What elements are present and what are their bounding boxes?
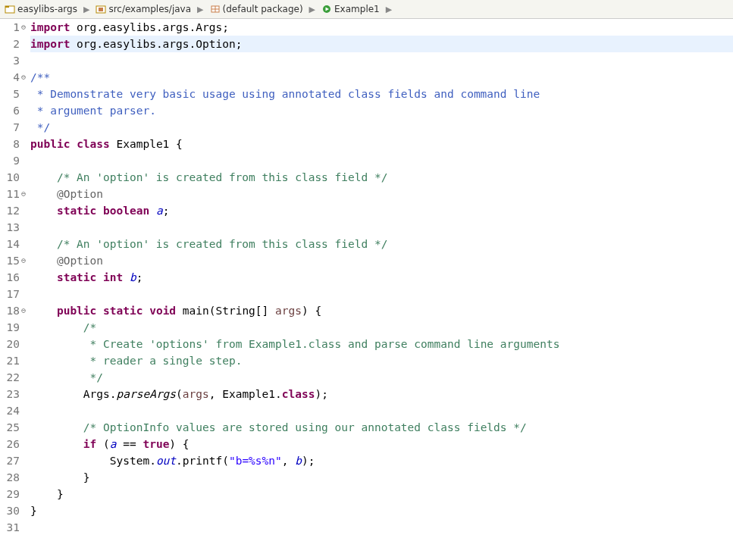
line-number: 21 bbox=[0, 352, 21, 369]
class-run-icon bbox=[321, 4, 332, 14]
fold-toggle bbox=[21, 286, 29, 302]
line-number: 1 bbox=[0, 19, 21, 36]
code-line[interactable]: /* bbox=[30, 319, 733, 336]
fold-toggle bbox=[21, 436, 29, 452]
fold-toggle[interactable]: ⊖ bbox=[21, 302, 29, 319]
fold-toggle bbox=[21, 519, 29, 536]
line-number: 13 bbox=[0, 219, 21, 236]
fold-toggle[interactable]: ⊖ bbox=[21, 252, 29, 269]
breadcrumb-label: src/examples/java bbox=[108, 4, 191, 14]
fold-toggle[interactable]: ⊖ bbox=[21, 186, 29, 202]
breadcrumb-class[interactable]: Example1 bbox=[321, 4, 380, 14]
code-line[interactable]: * reader a single step. bbox=[30, 352, 733, 369]
line-number: 26 bbox=[0, 436, 21, 452]
code-line[interactable]: import org.easylibs.args.Option; bbox=[30, 36, 733, 52]
breadcrumb-project[interactable]: easylibs-args bbox=[5, 4, 77, 14]
code-line[interactable]: * Demonstrate very basic usage using ann… bbox=[30, 86, 733, 102]
fold-toggle bbox=[21, 219, 29, 236]
line-number: 4 bbox=[0, 69, 21, 86]
breadcrumb-label: (default package) bbox=[223, 4, 303, 14]
fold-toggle bbox=[21, 352, 29, 369]
fold-toggle bbox=[21, 386, 29, 402]
code-area[interactable]: import org.easylibs.args.Args;import org… bbox=[29, 19, 733, 536]
code-line[interactable] bbox=[30, 219, 733, 236]
line-number: 8 bbox=[0, 136, 21, 152]
line-number: 6 bbox=[0, 102, 21, 119]
fold-toggle bbox=[21, 419, 29, 436]
line-number: 2 bbox=[0, 36, 21, 52]
code-line[interactable]: @Option bbox=[30, 252, 733, 269]
line-number: 14 bbox=[0, 236, 21, 252]
src-folder-icon bbox=[96, 4, 106, 14]
fold-toggle bbox=[21, 52, 29, 69]
code-line[interactable] bbox=[30, 402, 733, 419]
code-line[interactable]: public static void main(String[] args) { bbox=[30, 302, 733, 319]
code-line[interactable]: * argument parser. bbox=[30, 102, 733, 119]
breadcrumb: easylibs-args ▶ src/examples/java ▶ (def… bbox=[0, 0, 733, 19]
fold-toggle bbox=[21, 336, 29, 352]
code-line[interactable]: if (a == true) { bbox=[30, 436, 733, 452]
fold-toggle bbox=[21, 102, 29, 119]
line-number: 5 bbox=[0, 86, 21, 102]
line-number-gutter: 1234567891011121314151617181920212223242… bbox=[0, 19, 21, 536]
line-number: 22 bbox=[0, 369, 21, 386]
code-line[interactable]: } bbox=[30, 469, 733, 486]
code-line[interactable] bbox=[30, 519, 733, 536]
fold-column[interactable]: ⊖ ⊖ ⊖ ⊖ ⊖ bbox=[21, 19, 29, 536]
fold-toggle bbox=[21, 452, 29, 469]
code-line[interactable]: /* An 'option' is created from this clas… bbox=[30, 169, 733, 186]
code-line[interactable]: /* OptionInfo values are stored using ou… bbox=[30, 419, 733, 436]
code-line[interactable]: static int b; bbox=[30, 269, 733, 286]
chevron-right-icon: ▶ bbox=[80, 5, 92, 14]
breadcrumb-package[interactable]: (default package) bbox=[210, 4, 303, 14]
chevron-right-icon: ▶ bbox=[383, 5, 395, 14]
fold-toggle bbox=[21, 236, 29, 252]
fold-toggle bbox=[21, 86, 29, 102]
svg-rect-1 bbox=[5, 6, 9, 8]
line-number: 28 bbox=[0, 469, 21, 486]
code-line[interactable] bbox=[30, 286, 733, 302]
line-number: 7 bbox=[0, 119, 21, 136]
fold-toggle bbox=[21, 502, 29, 519]
code-line[interactable]: System.out.printf("b=%s%n", b); bbox=[30, 452, 733, 469]
code-line[interactable]: */ bbox=[30, 119, 733, 136]
code-line[interactable]: static boolean a; bbox=[30, 202, 733, 219]
breadcrumb-src-folder[interactable]: src/examples/java bbox=[96, 4, 191, 14]
code-line[interactable]: public class Example1 { bbox=[30, 136, 733, 152]
code-line[interactable]: } bbox=[30, 502, 733, 519]
fold-toggle bbox=[21, 486, 29, 502]
chevron-right-icon: ▶ bbox=[306, 5, 318, 14]
fold-toggle bbox=[21, 152, 29, 169]
code-line[interactable]: * Create 'options' from Example1.class a… bbox=[30, 336, 733, 352]
chevron-right-icon: ▶ bbox=[194, 5, 206, 14]
breadcrumb-label: easylibs-args bbox=[17, 4, 77, 14]
svg-rect-3 bbox=[99, 8, 103, 11]
code-line[interactable] bbox=[30, 52, 733, 69]
line-number: 9 bbox=[0, 152, 21, 169]
fold-toggle[interactable]: ⊖ bbox=[21, 69, 29, 86]
line-number: 15 bbox=[0, 252, 21, 269]
line-number: 24 bbox=[0, 402, 21, 419]
fold-toggle bbox=[21, 119, 29, 136]
line-number: 23 bbox=[0, 386, 21, 402]
code-line[interactable]: */ bbox=[30, 369, 733, 386]
code-line[interactable]: } bbox=[30, 486, 733, 502]
code-line[interactable]: /* An 'option' is created from this clas… bbox=[30, 236, 733, 252]
code-editor[interactable]: 1234567891011121314151617181920212223242… bbox=[0, 19, 733, 536]
fold-toggle bbox=[21, 319, 29, 336]
code-line[interactable]: /** bbox=[30, 69, 733, 86]
code-line[interactable] bbox=[30, 152, 733, 169]
line-number: 12 bbox=[0, 202, 21, 219]
fold-toggle[interactable]: ⊖ bbox=[21, 19, 29, 36]
project-icon bbox=[5, 4, 15, 14]
line-number: 27 bbox=[0, 452, 21, 469]
code-line[interactable]: Args.parseArgs(args, Example1.class); bbox=[30, 386, 733, 402]
line-number: 31 bbox=[0, 519, 21, 536]
line-number: 29 bbox=[0, 486, 21, 502]
fold-toggle bbox=[21, 136, 29, 152]
fold-toggle bbox=[21, 202, 29, 219]
line-number: 30 bbox=[0, 502, 21, 519]
line-number: 25 bbox=[0, 419, 21, 436]
code-line[interactable]: @Option bbox=[30, 186, 733, 202]
code-line[interactable]: import org.easylibs.args.Args; bbox=[30, 19, 733, 36]
